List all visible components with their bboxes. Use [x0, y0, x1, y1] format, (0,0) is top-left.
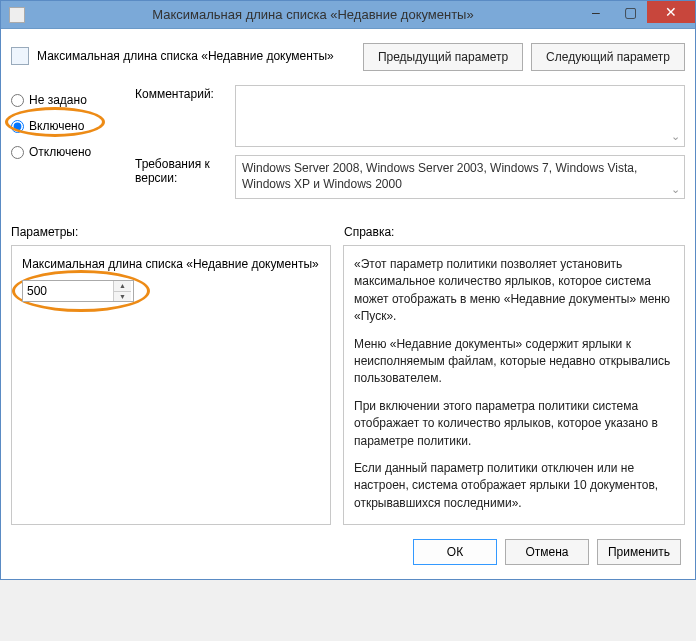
next-setting-button[interactable]: Следующий параметр: [531, 43, 685, 71]
maximize-button[interactable]: ▢: [613, 1, 647, 23]
help-paragraph: «Этот параметр политики позволяет устано…: [354, 256, 674, 326]
radio-enabled[interactable]: Включено: [11, 113, 121, 139]
max-length-input[interactable]: [23, 281, 113, 301]
policy-icon: [11, 47, 29, 65]
apply-button[interactable]: Применить: [597, 539, 681, 565]
radio-not-configured[interactable]: Не задано: [11, 87, 121, 113]
requirements-box: Windows Server 2008, Windows Server 2003…: [235, 155, 685, 199]
requirements-label: Требования к версии:: [135, 155, 227, 185]
radio-disabled[interactable]: Отключено: [11, 139, 121, 165]
policy-subtitle: Максимальная длина списка «Недавние доку…: [37, 49, 334, 63]
params-panel: Максимальная длина списка «Недавние доку…: [11, 245, 331, 525]
radio-enabled-input[interactable]: [11, 120, 24, 133]
comment-label: Комментарий:: [135, 85, 227, 101]
chevron-down-icon: ⌄: [668, 130, 682, 144]
close-button[interactable]: ✕: [647, 1, 695, 23]
radio-disabled-label: Отключено: [29, 145, 91, 159]
titlebar: Максимальная длина списка «Недавние доку…: [1, 1, 695, 29]
prev-setting-button[interactable]: Предыдущий параметр: [363, 43, 523, 71]
requirements-value: Windows Server 2008, Windows Server 2003…: [242, 161, 637, 191]
cancel-button[interactable]: Отмена: [505, 539, 589, 565]
params-section-label: Параметры:: [11, 225, 344, 239]
max-length-spinner[interactable]: ▲ ▼: [22, 280, 134, 302]
help-panel: «Этот параметр политики позволяет устано…: [343, 245, 685, 525]
radio-not-configured-input[interactable]: [11, 94, 24, 107]
radio-disabled-input[interactable]: [11, 146, 24, 159]
help-paragraph: Меню «Недавние документы» содержит ярлык…: [354, 336, 674, 388]
minimize-button[interactable]: –: [579, 1, 613, 23]
window-icon: [9, 7, 25, 23]
ok-button[interactable]: ОК: [413, 539, 497, 565]
spinner-up-button[interactable]: ▲: [114, 281, 131, 292]
help-paragraph: При включении этого параметра политики с…: [354, 398, 674, 450]
comment-textarea[interactable]: ⌄: [235, 85, 685, 147]
spinner-down-button[interactable]: ▼: [114, 292, 131, 302]
help-section-label: Справка:: [344, 225, 394, 239]
chevron-down-icon: ⌄: [668, 182, 682, 196]
radio-not-configured-label: Не задано: [29, 93, 87, 107]
help-paragraph: Если данный параметр политики отключен и…: [354, 460, 674, 512]
radio-enabled-label: Включено: [29, 119, 84, 133]
param-field-label: Максимальная длина списка «Недавние доку…: [22, 256, 320, 272]
